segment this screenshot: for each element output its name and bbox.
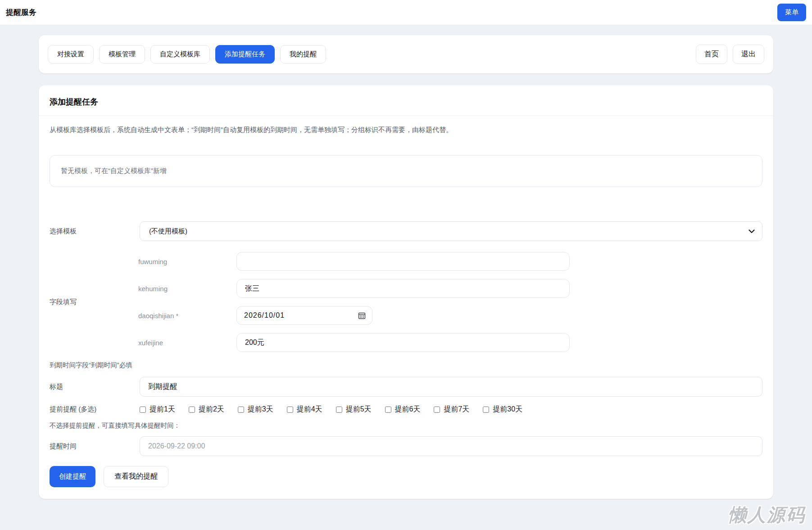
title-label: 标题 — [50, 383, 140, 391]
checkbox-label: 提前2天 — [199, 405, 224, 414]
field-row-daoqishijian: daoqishijian * 2026/10/01 — [138, 306, 762, 325]
home-button[interactable]: 首页 — [696, 45, 727, 64]
fields-group-label: 字段填写 — [50, 298, 77, 306]
card-body: 从模板库选择模板后，系统自动生成中文表单；“到期时间”自动复用模板的到期时间，无… — [39, 116, 773, 487]
direct-time-note: 不选择提前提醒，可直接填写具体提醒时间： — [50, 421, 762, 430]
field-row-kehuming: kehuming — [138, 279, 762, 298]
reminder-time-row: 提醒时间 — [50, 436, 762, 456]
select-template-label: 选择模板 — [50, 227, 140, 236]
tab-group: 对接设置 模板管理 自定义模板库 添加提醒任务 我的提醒 — [48, 45, 326, 64]
checkbox-label: 提前5天 — [346, 405, 372, 414]
checkbox-1day[interactable] — [140, 407, 146, 413]
app-header: 提醒服务 菜单 — [0, 0, 812, 25]
checkbox-label: 提前3天 — [248, 405, 273, 414]
calendar-icon[interactable] — [358, 312, 366, 320]
chevron-down-icon — [748, 229, 755, 233]
required-note: 到期时间字段“到期时间”必填 — [50, 361, 762, 370]
checkbox-item-6day[interactable]: 提前6天 — [385, 405, 421, 414]
checkbox-label: 提前6天 — [395, 405, 421, 414]
title-input[interactable] — [140, 377, 762, 397]
advance-reminder-row: 提前提醒 (多选) 提前1天 提前2天 提前3天 — [50, 405, 762, 414]
fields-group: 字段填写 fuwuming kehuming daoqishijian * 20… — [50, 252, 762, 352]
nav-right-group: 首页 退出 — [696, 45, 764, 64]
date-value: 2026/10/01 — [244, 311, 285, 320]
card-header: 添加提醒任务 — [39, 85, 773, 116]
checkbox-label: 提前1天 — [150, 405, 175, 414]
tab-custom-template-library[interactable]: 自定义模板库 — [150, 45, 210, 64]
template-select-value: (不使用模板) — [149, 227, 187, 236]
menu-button[interactable]: 菜单 — [777, 4, 806, 21]
checkbox-2day[interactable] — [189, 407, 195, 413]
checkbox-item-1day[interactable]: 提前1天 — [140, 405, 175, 414]
checkbox-item-5day[interactable]: 提前5天 — [336, 405, 372, 414]
advance-reminder-label: 提前提醒 (多选) — [50, 405, 140, 414]
reminder-time-label: 提醒时间 — [50, 442, 140, 451]
card-title: 添加提醒任务 — [50, 96, 762, 107]
field-row-fuwuming: fuwuming — [138, 252, 762, 271]
checkbox-3day[interactable] — [238, 407, 244, 413]
title-row: 标题 — [50, 377, 762, 397]
checkbox-label: 提前4天 — [297, 405, 322, 414]
field-row-xufeijine: xufeijine — [138, 333, 762, 352]
watermark: 懒人源码 — [728, 503, 806, 527]
template-notice-text: 暂无模板，可在“自定义模板库”新增 — [61, 167, 167, 174]
date-input-daoqishijian[interactable]: 2026/10/01 — [236, 306, 372, 325]
add-reminder-card: 添加提醒任务 从模板库选择模板后，系统自动生成中文表单；“到期时间”自动复用模板… — [39, 85, 773, 499]
template-notice-box: 暂无模板，可在“自定义模板库”新增 — [50, 155, 762, 187]
field-input-fuwuming[interactable] — [236, 252, 570, 271]
action-buttons: 创建提醒 查看我的提醒 — [50, 466, 762, 487]
tab-connect-settings[interactable]: 对接设置 — [48, 45, 94, 64]
checkbox-item-2day[interactable]: 提前2天 — [189, 405, 224, 414]
create-reminder-button[interactable]: 创建提醒 — [50, 466, 95, 487]
page-title: 提醒服务 — [6, 7, 36, 18]
checkbox-6day[interactable] — [385, 407, 391, 413]
tab-template-management[interactable]: 模板管理 — [99, 45, 145, 64]
page-content: 对接设置 模板管理 自定义模板库 添加提醒任务 我的提醒 首页 退出 添加提醒任… — [0, 25, 812, 499]
checkbox-label: 提前7天 — [444, 405, 469, 414]
card-description: 从模板库选择模板后，系统自动生成中文表单；“到期时间”自动复用模板的到期时间，无… — [50, 126, 762, 134]
advance-reminder-options: 提前1天 提前2天 提前3天 提前4天 — [140, 405, 762, 414]
field-input-kehuming[interactable] — [236, 279, 570, 298]
field-label-xufeijine: xufeijine — [138, 339, 236, 347]
view-my-reminders-button[interactable]: 查看我的提醒 — [104, 466, 168, 487]
reminder-time-input[interactable] — [140, 436, 762, 456]
field-label-kehuming: kehuming — [138, 285, 236, 292]
tab-add-reminder-task[interactable]: 添加提醒任务 — [215, 45, 275, 64]
checkbox-7day[interactable] — [434, 407, 440, 413]
field-input-xufeijine[interactable] — [236, 333, 570, 352]
checkbox-item-30day[interactable]: 提前30天 — [483, 405, 522, 414]
tab-my-reminders[interactable]: 我的提醒 — [280, 45, 326, 64]
checkbox-30day[interactable] — [483, 407, 489, 413]
checkbox-5day[interactable] — [336, 407, 342, 413]
logout-button[interactable]: 退出 — [733, 45, 764, 64]
checkbox-item-3day[interactable]: 提前3天 — [238, 405, 273, 414]
checkbox-label: 提前30天 — [493, 405, 522, 414]
checkbox-item-4day[interactable]: 提前4天 — [287, 405, 322, 414]
nav-card: 对接设置 模板管理 自定义模板库 添加提醒任务 我的提醒 首页 退出 — [39, 35, 773, 73]
checkbox-4day[interactable] — [287, 407, 293, 413]
field-label-daoqishijian: daoqishijian * — [138, 312, 236, 320]
template-select[interactable]: (不使用模板) — [140, 221, 762, 241]
field-label-fuwuming: fuwuming — [138, 258, 236, 265]
select-template-row: 选择模板 (不使用模板) — [50, 221, 762, 241]
checkbox-item-7day[interactable]: 提前7天 — [434, 405, 469, 414]
